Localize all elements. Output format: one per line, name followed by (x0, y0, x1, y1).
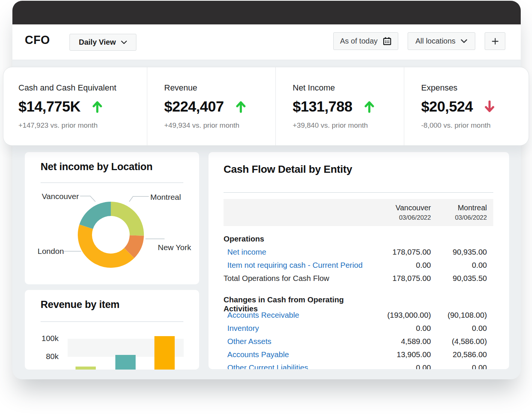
table-row: Net income178,075.0090,935.00 (224, 245, 493, 258)
table-cell-vancouver: 178,075.00 (375, 274, 431, 283)
table-row: Item not requiring cash - Current Period… (224, 258, 493, 272)
donut-slice-london[interactable] (78, 225, 134, 268)
bar-item-2[interactable] (115, 355, 136, 370)
kpi-card-expenses: Expenses $20,524 -8,000 vs. prior month (404, 67, 529, 145)
table-cell-vancouver: 13,905.00 (375, 350, 431, 359)
table-cell-montreal: 0.00 (431, 324, 487, 333)
kpi-delta: +39,840 vs. prior month (293, 121, 400, 130)
table-cell-vancouver: 4,589.00 (375, 337, 431, 346)
kpi-value: $131,788 (293, 98, 352, 115)
donut-label-new-york: New York (158, 243, 191, 252)
date-filter-label: As of today (340, 37, 378, 45)
table-column-montreal: Montreal 03/06/2022 (431, 204, 487, 222)
table-cell-vancouver: 178,075.00 (375, 247, 431, 257)
kpi-card-cash: Cash and Cash Equivalent $14,775K +147,9… (3, 67, 147, 145)
table-row-link[interactable]: Net income (224, 247, 375, 257)
app-window: CFO Daily View As of today (12, 1, 521, 379)
table-body: OperationsNet income178,075.0090,935.00I… (224, 226, 493, 369)
table-row: Inventory0.000.00 (224, 321, 493, 335)
kpi-value: $14,775K (18, 98, 80, 115)
donut-slice-vancouver[interactable] (79, 202, 111, 229)
table-cell-montreal: (4,586.00) (431, 337, 487, 346)
trend-arrow-icon (364, 100, 375, 113)
locations-dropdown[interactable]: All locations (408, 32, 475, 50)
table-cell-montreal: 20,586.00 (431, 350, 487, 359)
trend-arrow-icon (235, 100, 246, 113)
table-row: Other Current Liabilities0.000.00 (224, 361, 493, 369)
kpi-value: $20,524 (421, 98, 473, 115)
table-section-heading: Changes in Cash from Operating Activitie… (224, 295, 493, 308)
calendar-icon (383, 37, 391, 45)
table-cell-vancouver: 0.00 (375, 261, 431, 270)
table-cell-vancouver: (193,000.00) (375, 311, 431, 320)
table-row: Accounts Payable13,905.0020,586.00 (224, 348, 493, 361)
kpi-value: $224,407 (164, 98, 224, 115)
cash-flow-detail-card: Cash Flow Detail by Entity Vancouver 03/… (209, 152, 509, 369)
table-row-link[interactable]: Accounts Receivable (224, 311, 375, 320)
view-dropdown[interactable]: Daily View (70, 34, 136, 51)
donut-label-london: London (38, 247, 64, 256)
revenue-by-item-card: Revenue by item 100k 80k (25, 290, 199, 370)
trend-arrow-icon (484, 100, 495, 113)
kpi-delta: -8,000 vs. prior month (421, 121, 525, 130)
kpi-card-net-income: Net Income $131,788 +39,840 vs. prior mo… (275, 67, 404, 145)
add-widget-button[interactable] (485, 32, 505, 50)
y-axis-tick-100k: 100k (32, 334, 59, 343)
table-cell-montreal: 0.00 (431, 261, 487, 270)
table-cell-montreal: 0.00 (431, 363, 487, 370)
card-title: Cash Flow Detail by Entity (224, 163, 352, 175)
table-cell-vancouver: 0.00 (375, 363, 431, 370)
table-section-heading: Operations (224, 232, 493, 245)
kpi-label: Expenses (421, 83, 525, 93)
table-header-row: Vancouver 03/06/2022 Montreal 03/06/2022 (224, 199, 493, 226)
header-actions: As of today All locations (333, 32, 505, 50)
donut-label-montreal: Montreal (150, 193, 181, 202)
table-row-link[interactable]: Inventory (224, 324, 375, 333)
kpi-delta: +147,923 vs. prior month (18, 121, 143, 130)
trend-arrow-icon (92, 100, 103, 113)
bar-item-3[interactable] (154, 336, 175, 370)
table-row-label: Total Operations for Cash Flow (224, 274, 375, 283)
kpi-delta: +49,934 vs. prior month (164, 121, 272, 130)
bar-item-1[interactable] (76, 367, 96, 370)
table-cell-vancouver: 0.00 (375, 324, 431, 333)
net-income-donut-chart[interactable] (25, 152, 199, 284)
chevron-down-icon (121, 41, 127, 44)
table-row-link[interactable]: Item not requiring cash - Current Period (224, 261, 375, 270)
locations-dropdown-label: All locations (416, 37, 456, 45)
donut-label-vancouver: Vancouver (40, 192, 79, 201)
window-chrome-bar (12, 1, 521, 24)
plus-icon (491, 38, 499, 45)
page-title: CFO (25, 33, 50, 47)
card-title: Revenue by item (41, 299, 119, 311)
table-row-link[interactable]: Accounts Payable (224, 350, 375, 359)
table-row: Other Assets4,589.00(4,586.00) (224, 335, 493, 348)
date-filter-button[interactable]: As of today (333, 32, 398, 50)
page: CFO Daily View As of today (0, 0, 532, 418)
view-dropdown-label: Daily View (79, 38, 116, 47)
y-axis-tick-80k: 80k (32, 352, 59, 361)
kpi-label: Revenue (164, 83, 272, 93)
chevron-down-icon (461, 39, 467, 43)
table-column-vancouver: Vancouver 03/06/2022 (375, 204, 431, 222)
kpi-label: Net Income (293, 83, 400, 93)
kpi-label: Cash and Cash Equivalent (18, 83, 143, 93)
table-row: Accounts Receivable(193,000.00)(90,108.0… (224, 308, 493, 321)
divider (41, 321, 183, 322)
table-row-link[interactable]: Other Assets (224, 337, 375, 346)
table-cell-montreal: 90,935.00 (431, 247, 487, 257)
table-cell-montreal: (90,108.00) (431, 311, 487, 320)
divider (224, 192, 493, 193)
table-row: Total Operations for Cash Flow178,075.00… (224, 272, 493, 285)
kpi-card-revenue: Revenue $224,407 +49,934 vs. prior month (147, 67, 275, 145)
net-income-by-location-card: Net income by Location Vancouver Montrea… (25, 152, 199, 284)
kpi-strip: Cash and Cash Equivalent $14,775K +147,9… (3, 67, 529, 146)
table-cell-montreal: 90,035.50 (431, 274, 487, 283)
donut-slice-montreal[interactable] (111, 202, 144, 236)
app-header: CFO Daily View As of today (12, 24, 521, 60)
table-row-link[interactable]: Other Current Liabilities (224, 363, 375, 370)
